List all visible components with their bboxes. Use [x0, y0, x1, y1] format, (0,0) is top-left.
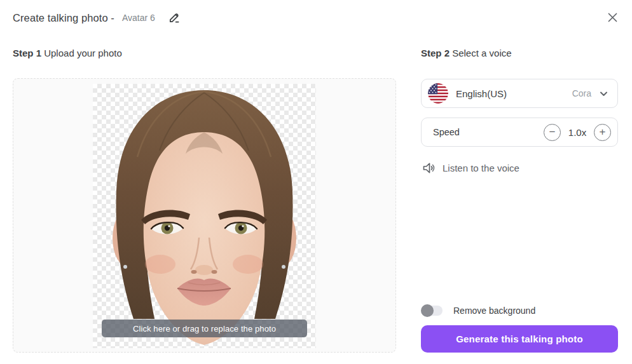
step1-heading: Step 1 Upload your photo — [13, 48, 122, 58]
remove-background-row: Remove background — [421, 304, 535, 317]
generate-button-label: Generate this talking photo — [456, 334, 583, 344]
avatar-name-label: Avatar 6 — [122, 13, 155, 23]
replace-photo-label: Click here or drag to replace the photo — [133, 324, 276, 334]
plus-icon: + — [600, 126, 606, 137]
speed-label: Speed — [433, 127, 460, 137]
create-talking-photo-dialog: Create talking photo - Avatar 6 Step 1 U… — [0, 0, 632, 364]
speed-stepper: − 1.0x + — [544, 124, 611, 141]
listen-to-voice-label: Listen to the voice — [443, 163, 519, 173]
step2-heading: Step 2 Select a voice — [421, 48, 512, 58]
close-button[interactable] — [606, 11, 619, 24]
upload-dropzone[interactable]: Click here or drag to replace the photo — [13, 78, 396, 353]
step1-number: Step 1 — [13, 48, 41, 58]
generate-talking-photo-button[interactable]: Generate this talking photo — [421, 325, 618, 353]
chevron-down-icon — [599, 89, 608, 98]
pencil-icon — [168, 11, 181, 24]
voice-name-value: Cora — [572, 88, 591, 98]
speed-increase-button[interactable]: + — [594, 124, 611, 141]
toggle-knob — [421, 304, 434, 317]
speed-decrease-button[interactable]: − — [544, 124, 561, 141]
step1-text: Upload your photo — [44, 48, 122, 58]
step2-number: Step 2 — [421, 48, 450, 58]
remove-background-label: Remove background — [453, 306, 535, 316]
close-icon — [607, 12, 618, 23]
avatar-photo[interactable]: Click here or drag to replace the photo — [93, 84, 316, 348]
remove-background-toggle[interactable] — [421, 304, 443, 317]
edit-avatar-name-button[interactable] — [167, 10, 182, 25]
dialog-header: Create talking photo - Avatar 6 — [13, 10, 182, 25]
speed-value: 1.0x — [567, 127, 588, 138]
page-title: Create talking photo - — [13, 12, 114, 24]
replace-photo-button[interactable]: Click here or drag to replace the photo — [102, 320, 307, 337]
woman-portrait-image — [93, 84, 316, 348]
minus-icon: − — [549, 126, 556, 137]
voice-select-dropdown[interactable]: English(US) Cora — [421, 79, 618, 108]
voice-language-label: English(US) — [456, 88, 507, 99]
step2-text: Select a voice — [452, 48, 511, 58]
us-flag-icon — [428, 83, 448, 104]
listen-to-voice-button[interactable]: Listen to the voice — [422, 161, 519, 175]
speaker-icon — [422, 161, 436, 175]
speed-control: Speed − 1.0x + — [421, 118, 618, 147]
